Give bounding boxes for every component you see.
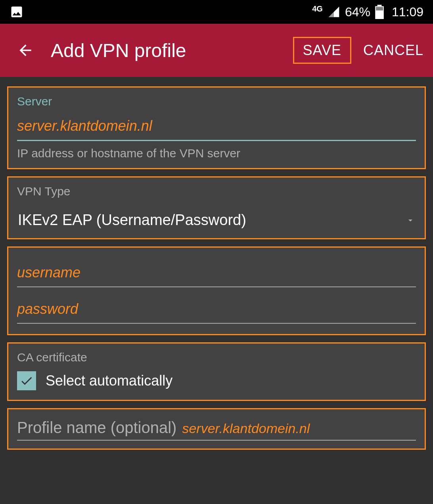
svg-rect-2	[376, 7, 383, 10]
select-automatically-label: Select automatically	[46, 372, 172, 389]
save-button[interactable]: SAVE	[293, 37, 351, 64]
arrow-back-icon	[17, 42, 34, 59]
vpn-type-dropdown[interactable]: IKEv2 EAP (Username/Password)	[17, 205, 416, 230]
battery-percent-label: 64%	[345, 5, 370, 19]
cancel-button[interactable]: CANCEL	[363, 42, 423, 59]
profile-name-value: server.klantdomein.nl	[182, 421, 416, 436]
server-section: Server IP address or hostname of the VPN…	[7, 86, 426, 169]
profile-name-section: Profile name (optional) server.klantdome…	[7, 408, 426, 450]
clock-label: 11:09	[392, 5, 423, 19]
select-automatically-checkbox[interactable]	[17, 371, 36, 390]
page-title: Add VPN profile	[51, 40, 293, 61]
app-bar: Add VPN profile SAVE CANCEL	[0, 24, 433, 77]
image-icon	[10, 5, 24, 19]
username-input[interactable]	[17, 262, 416, 287]
battery-icon	[375, 5, 384, 19]
signal-icon	[328, 6, 340, 18]
chevron-down-icon	[406, 212, 415, 229]
network-type-label: 4G	[312, 4, 323, 13]
ca-certificate-label: CA certificate	[17, 351, 416, 364]
svg-rect-0	[377, 5, 382, 6]
vpn-type-label: VPN Type	[17, 185, 416, 198]
back-button[interactable]	[16, 41, 35, 60]
vpn-type-value: IKEv2 EAP (Username/Password)	[18, 212, 406, 229]
server-label: Server	[17, 95, 416, 108]
profile-name-input[interactable]: Profile name (optional) server.klantdome…	[17, 416, 416, 441]
credentials-section	[7, 246, 426, 335]
ca-certificate-section: CA certificate Select automatically	[7, 342, 426, 401]
server-helper-text: IP address or hostname of the VPN server	[17, 147, 416, 160]
profile-name-label: Profile name (optional)	[17, 419, 176, 437]
password-input[interactable]	[17, 298, 416, 324]
check-icon	[19, 374, 34, 388]
server-input[interactable]	[17, 115, 416, 141]
vpn-type-section: VPN Type IKEv2 EAP (Username/Password)	[7, 176, 426, 239]
form-content: Server IP address or hostname of the VPN…	[0, 77, 433, 459]
status-bar: 4G 64% 11:09	[0, 0, 433, 24]
